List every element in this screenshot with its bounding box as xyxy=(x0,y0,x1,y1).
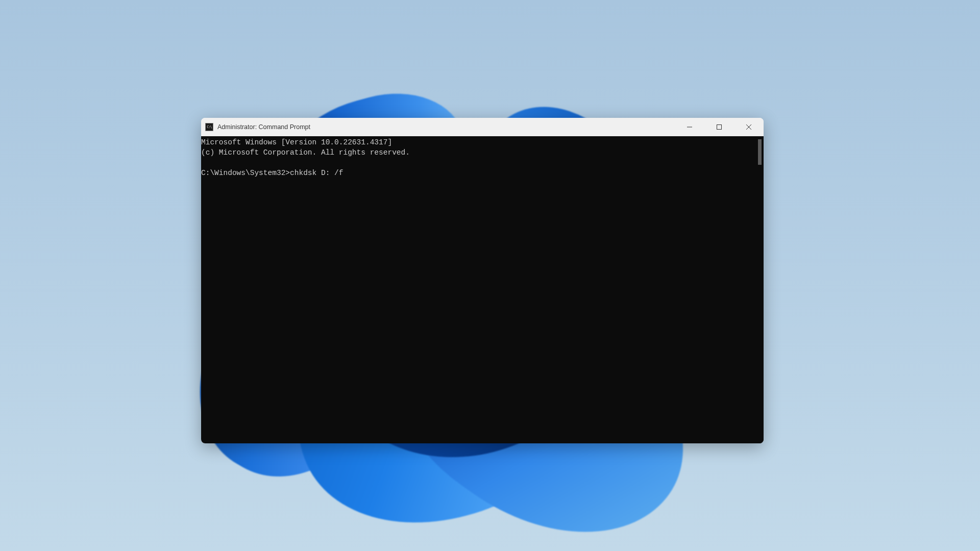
close-icon xyxy=(746,124,751,130)
terminal-command-input[interactable]: chkdsk D: /f xyxy=(290,169,343,177)
terminal-line-copyright: (c) Microsoft Corporation. All rights re… xyxy=(201,148,410,157)
maximize-button[interactable] xyxy=(704,118,734,136)
window-controls xyxy=(675,118,764,136)
scrollbar-thumb[interactable] xyxy=(758,139,762,165)
svg-rect-1 xyxy=(717,125,722,130)
terminal-area[interactable]: Microsoft Windows [Version 10.0.22631.43… xyxy=(201,136,764,443)
terminal-output[interactable]: Microsoft Windows [Version 10.0.22631.43… xyxy=(201,136,755,443)
minimize-button[interactable] xyxy=(675,118,704,136)
maximize-icon xyxy=(717,124,722,130)
minimize-icon xyxy=(687,124,692,130)
terminal-line-version: Microsoft Windows [Version 10.0.22631.43… xyxy=(201,138,392,146)
command-prompt-window[interactable]: C:\ Administrator: Command Prompt xyxy=(201,118,764,443)
close-button[interactable] xyxy=(734,118,764,136)
window-title: Administrator: Command Prompt xyxy=(217,123,310,131)
terminal-prompt: C:\Windows\System32> xyxy=(201,169,290,177)
window-titlebar[interactable]: C:\ Administrator: Command Prompt xyxy=(201,118,764,136)
terminal-scrollbar[interactable] xyxy=(755,136,764,443)
cmd-icon-label: C:\ xyxy=(207,125,212,129)
cmd-icon: C:\ xyxy=(205,123,213,131)
